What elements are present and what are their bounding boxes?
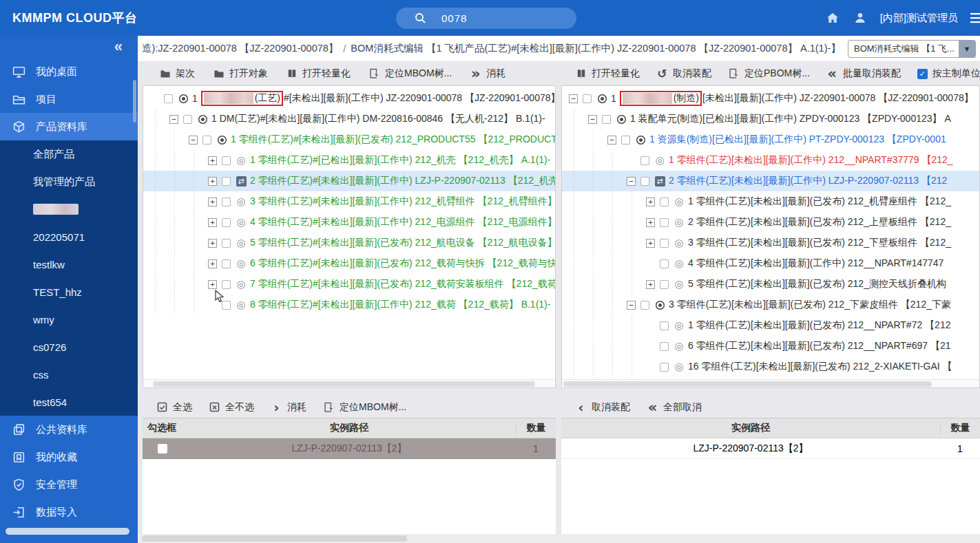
tree-row[interactable]: ◎4 零组件(工艺)[未检出][最新](工作中) 212__NPART#1477… [562, 253, 979, 274]
row-checkbox[interactable] [222, 280, 231, 289]
collapse-toggle-icon[interactable]: − [569, 94, 578, 103]
row-checkbox[interactable] [660, 280, 669, 289]
sidebar-subitem-cs0726[interactable]: cs0726 [0, 333, 138, 361]
row-checkbox[interactable] [660, 321, 669, 330]
row-checkbox[interactable] [660, 342, 669, 351]
sidebar-subitem-202205071[interactable]: 202205071 [0, 223, 138, 251]
tree-row[interactable]: +◎5 零组件(工艺)[未检出][最新](已发布) 212_测控天线折叠机构 [562, 274, 979, 295]
sidebar-subitem-testlkw[interactable]: testlkw [0, 251, 138, 278]
main-hscroll-thumb[interactable] [142, 535, 407, 542]
tree-row[interactable]: ◎8 零组件(工艺)#[未检出][最新](工作中) 212_载荷 【212_载荷… [143, 295, 555, 315]
row-checkbox[interactable] [660, 363, 669, 372]
button-locate-pbom-tree[interactable]: 定位PBOM树... [728, 67, 810, 80]
row-checkbox[interactable] [202, 136, 211, 145]
expand-toggle-icon[interactable]: + [208, 280, 217, 289]
tree-row[interactable]: +◎4 零组件(工艺)#[未检出][最新](工作中) 212_电源组件 【212… [143, 212, 555, 233]
collapse-toggle-icon[interactable]: − [588, 115, 597, 124]
row-checkbox[interactable] [222, 259, 231, 268]
tree-row[interactable]: 1 (工艺)#[未检出][最新](工作中) JZ-220901-00078 【J… [143, 88, 555, 109]
tree-row[interactable]: +◎5 零组件(工艺)#[未检出][最新](已发布) 212_航电设备 【212… [143, 233, 555, 253]
expand-toggle-icon[interactable]: + [208, 198, 217, 206]
sidebar-subitem-我管理的产品[interactable]: 我管理的产品 [0, 168, 138, 195]
mbom-tree-hscroll-thumb[interactable] [153, 381, 535, 387]
tree-row[interactable]: +⇄2 零组件(工艺)#[未检出][最新](工作中) LZJ-P-220907-… [143, 171, 555, 191]
tree-row[interactable]: −1 零组件(工艺)#[未检出][最新](已发布) 212_PRODUCT55 … [143, 129, 555, 150]
expand-toggle-icon[interactable]: + [208, 259, 217, 268]
expand-toggle-icon[interactable]: + [208, 239, 217, 248]
collapse-toggle-icon[interactable]: − [169, 115, 178, 124]
sidebar-vertical-scrollbar[interactable] [133, 80, 136, 123]
row-checkbox[interactable] [158, 444, 167, 454]
sidebar-subitem-全部产品[interactable]: 全部产品 [0, 140, 138, 168]
expand-toggle-icon[interactable]: + [646, 280, 655, 289]
expand-toggle-icon[interactable]: + [208, 218, 217, 227]
sidebar-subitem-css[interactable]: css [0, 361, 138, 388]
sidebar-item-product-library[interactable]: 产品资料库 [0, 113, 138, 140]
breadcrumb-prefix[interactable]: 造):JZ-220901-00078 【JZ-220901-00078】 [142, 42, 338, 55]
row-checkbox[interactable] [640, 156, 649, 165]
expand-toggle-icon[interactable]: + [646, 218, 655, 227]
sidebar-collapse-icon[interactable]: « [114, 38, 123, 56]
filter-checkbox[interactable]: ✓按主制单位过滤 [917, 67, 980, 80]
row-checkbox[interactable] [602, 115, 611, 124]
button-sortie[interactable]: 架次 [159, 67, 195, 80]
sidebar-horizontal-scrollbar[interactable] [6, 528, 129, 535]
button-cancel-assembly[interactable]: ↺取消装配 [656, 67, 711, 80]
button-deselect-all[interactable]: 全不选 [209, 401, 254, 414]
expand-toggle-icon[interactable]: + [208, 156, 217, 165]
tree-row[interactable]: −1 装配单元(制造)[已检出][最新](工作中) ZPDY-000123 【Z… [562, 109, 979, 129]
tree-row[interactable]: +◎6 零组件(工艺)#[未检出][最新](已发布) 212_载荷与快拆 【21… [143, 253, 555, 274]
table-row[interactable]: LZJ-P-220907-02113【2】1 [143, 438, 556, 459]
sidebar-subitem-test654[interactable]: test654 [0, 388, 138, 416]
button-batch-cancel-assembly[interactable]: «批量取消装配 [826, 67, 901, 80]
sidebar-item-favorites[interactable]: 我的收藏 [0, 443, 138, 471]
menu-icon[interactable] [970, 10, 980, 25]
sidebar-item-security[interactable]: 安全管理 [0, 471, 138, 498]
row-checkbox[interactable] [183, 115, 192, 124]
collapse-toggle-icon[interactable]: − [627, 301, 636, 310]
view-dropdown[interactable]: BOM消耗式编辑 【1 飞... ▼ [848, 40, 976, 58]
pbom-tree-hscroll-thumb[interactable] [563, 381, 932, 387]
expand-toggle-icon[interactable]: + [208, 177, 217, 186]
tree-row[interactable]: −3 零组件(工艺)[未检出][最新](已发布) 212_下蒙皮组件 【212_… [562, 295, 979, 315]
row-checkbox[interactable] [660, 198, 669, 206]
tree-row[interactable]: +◎3 零组件(工艺)#[未检出][最新](工作中) 212_机臂组件 【212… [143, 191, 555, 212]
collapse-toggle-icon[interactable]: − [189, 136, 198, 145]
row-checkbox[interactable] [621, 136, 630, 145]
button-open-lightweight[interactable]: 打开轻量化 [575, 67, 640, 80]
tree-row[interactable]: ◎1 零组件(工艺)[未检出][最新](工作中) 212__NPART#3777… [562, 150, 979, 171]
row-checkbox[interactable] [640, 177, 649, 186]
table-row[interactable]: LZJ-P-220907-02113【2】1 [561, 438, 980, 459]
sidebar-subitem-wmy[interactable]: wmy [0, 306, 138, 333]
tree-row[interactable]: −⇄2 零组件(工艺)[未检出][最新](工作中) LZJ-P-220907-0… [562, 171, 979, 191]
tree-row[interactable]: −1 资源集(制造)[已检出][最新](工作中) PT-ZPDY-000123 … [562, 129, 979, 150]
sidebar-item-project[interactable]: 项目 [0, 85, 138, 113]
row-checkbox[interactable] [222, 218, 231, 227]
button-cancel-all[interactable]: «全部取消 [647, 401, 702, 414]
row-checkbox[interactable] [222, 198, 231, 206]
home-icon[interactable] [825, 10, 840, 25]
button-open-lightweight[interactable]: 打开轻量化 [286, 67, 351, 80]
global-search[interactable] [396, 8, 576, 29]
row-checkbox[interactable] [222, 239, 231, 248]
tree-row[interactable]: +◎7 零组件(工艺)#[未检出][最新](已发布) 212_载荷安装板组件 【… [143, 274, 555, 295]
expand-toggle-icon[interactable]: + [646, 198, 655, 206]
button-locate-mbom-tree[interactable]: 定位MBOM树... [323, 401, 406, 414]
button-select-all[interactable]: 全选 [156, 401, 192, 414]
row-checkbox[interactable] [583, 94, 592, 103]
row-checkbox[interactable] [660, 259, 669, 268]
row-checkbox[interactable] [222, 301, 231, 310]
tree-row[interactable]: ◎16 零组件(工艺)[未检出][最新](已发布) 212_2-XIAKETI-… [562, 356, 979, 377]
sidebar-subitem-redacted[interactable] [0, 195, 138, 223]
sidebar-subitem-TEST_hhz[interactable]: TEST_hhz [0, 278, 138, 306]
button-cancel-assembly[interactable]: ‹取消装配 [575, 401, 630, 414]
sidebar-item-desktop[interactable]: 我的桌面 [0, 58, 138, 85]
tree-row[interactable]: −1 DM(工艺)#[未检出][最新](工作中) DM-220816-00846… [143, 109, 555, 129]
chevron-down-icon[interactable]: ▼ [959, 41, 975, 57]
checkbox-checked-icon[interactable]: ✓ [917, 69, 928, 79]
tree-row[interactable]: ◎6 零组件(工艺)[未检出][最新](已发布) 212__NPART#697 … [562, 336, 979, 356]
tree-row[interactable]: +◎1 零组件(工艺)[未检出][最新](已发布) 212_机臂座组件 【212… [562, 191, 979, 212]
sidebar-item-public-library[interactable]: 公共资料库 [0, 416, 138, 443]
collapse-toggle-icon[interactable]: − [627, 177, 636, 186]
tree-row[interactable]: −1 (制造)[未检出][最新](工作中) JZ-220901-00078 【J… [562, 88, 979, 109]
